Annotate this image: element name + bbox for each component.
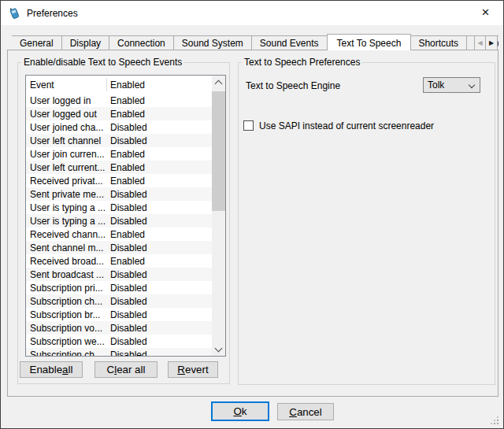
status-cell: Disabled [106, 336, 147, 347]
column-header-enabled[interactable]: Enabled [106, 80, 145, 91]
list-item[interactable]: Subscription ch... Disabled [26, 348, 212, 356]
list-item[interactable]: Subscription we... Disabled [26, 335, 212, 348]
status-cell: Disabled [106, 296, 147, 307]
status-cell: Enabled [106, 95, 145, 106]
event-cell: User is typing a ... [26, 202, 106, 213]
tab-bar: General Display Connection Sound System … [12, 33, 498, 50]
button-label-accel: O [233, 405, 241, 417]
event-cell: Sent private me... [26, 189, 106, 200]
tab-label: Sound System [182, 38, 243, 49]
tts-events-group-label: Enable/disable Text to Speech Events [21, 57, 184, 68]
tab[interactable]: Display [62, 35, 109, 50]
list-body: User logged in Enabled User logged out E… [26, 94, 212, 356]
status-cell: Disabled [106, 135, 147, 146]
tab[interactable]: Text To Speech [327, 34, 412, 50]
event-cell: Subscription pri... [26, 283, 106, 294]
list-item[interactable]: Sent channel m... Disabled [26, 241, 212, 254]
list-item[interactable]: Subscription vo... Disabled [26, 321, 212, 335]
list-item[interactable]: Sent broadcast ... Disabled [26, 268, 212, 281]
sapi-checkbox-label[interactable]: Use SAPI instead of current screenreader [259, 120, 434, 131]
list-item[interactable]: Sent private me... Disabled [26, 187, 212, 201]
tab-label: Sound Events [260, 38, 319, 49]
event-cell: User left current... [26, 162, 106, 173]
event-cell: User logged in [26, 95, 106, 106]
status-cell: Disabled [106, 269, 147, 280]
list-item[interactable]: Subscription pri... Disabled [26, 281, 212, 294]
status-cell: Enabled [106, 176, 145, 187]
scrollbar-thumb[interactable] [212, 91, 225, 211]
status-cell: Enabled [106, 229, 145, 240]
revert-button[interactable]: Revert [168, 361, 218, 378]
titlebar[interactable]: Preferences × [1, 1, 503, 25]
event-cell: User left channel [26, 135, 106, 146]
list-item[interactable]: User left current... Enabled [26, 161, 212, 174]
tab-label: Shortcuts [418, 38, 458, 49]
button-label: ll [69, 364, 73, 375]
list-item[interactable]: User left channel Disabled [26, 134, 212, 147]
event-cell: User join curren... [26, 149, 106, 160]
scrollbar-up-button[interactable] [212, 76, 225, 89]
engine-select[interactable]: Tolk [423, 77, 480, 93]
column-separator [106, 78, 107, 91]
status-cell: Disabled [106, 122, 147, 133]
list-item[interactable]: Subscription ch... Disabled [26, 294, 212, 308]
clear-all-button[interactable]: Clear all [94, 361, 158, 378]
vertical-scrollbar[interactable] [212, 76, 225, 356]
column-header-event[interactable]: Event [26, 80, 106, 91]
status-cell: Disabled [106, 216, 147, 227]
tab[interactable]: Shortcuts [410, 35, 467, 50]
tab[interactable]: Connection [109, 35, 174, 50]
tab-scroll-buttons: ◀ ▶ [474, 35, 498, 50]
resize-grip[interactable] [489, 415, 499, 425]
list-item[interactable]: Received privat... Enabled [26, 174, 212, 187]
button-label: C [107, 364, 115, 375]
preferences-dialog: Preferences × General Display Connection… [0, 0, 504, 429]
close-icon: × [482, 5, 490, 20]
event-cell: Received privat... [26, 176, 106, 187]
list-item[interactable]: Received chann... Enabled [26, 227, 212, 241]
tab-scroll-right-button[interactable]: ▶ [486, 35, 498, 50]
event-cell: Subscription we... [26, 336, 106, 347]
ok-button[interactable]: Ok [211, 401, 269, 421]
cancel-button[interactable]: Cancel [277, 403, 334, 420]
tts-events-list[interactable]: Event Enabled User logged in Enabled Use… [25, 75, 226, 357]
engine-selected-value: Tolk [428, 80, 444, 91]
tts-preferences-group-label: Text to Speech Preferences [242, 57, 362, 68]
event-cell: Subscription vo... [26, 323, 106, 334]
list-item[interactable]: Received broad... Enabled [26, 254, 212, 268]
chevron-down-icon [215, 344, 223, 352]
close-button[interactable]: × [468, 1, 503, 24]
tts-preferences-group: Text to Speech Preferences [238, 62, 495, 385]
status-cell: Disabled [106, 242, 147, 253]
tab-label: Text To Speech [337, 38, 402, 49]
arrow-right-icon: ▶ [489, 39, 494, 46]
tab[interactable]: General [12, 35, 62, 50]
status-cell: Disabled [106, 309, 147, 320]
list-item[interactable]: Subscription br... Disabled [26, 308, 212, 321]
tab-scroll-left-button[interactable]: ◀ [474, 35, 486, 50]
button-label: k [242, 405, 247, 417]
list-item[interactable]: User joined cha... Disabled [26, 120, 212, 134]
list-item[interactable]: User join curren... Enabled [26, 147, 212, 161]
tab[interactable]: Sound System [174, 35, 252, 50]
event-cell: Sent channel m... [26, 242, 106, 253]
status-cell: Disabled [106, 323, 147, 334]
sapi-checkbox[interactable] [243, 120, 254, 131]
scrollbar-down-button[interactable] [212, 342, 225, 356]
engine-label: Text to Speech Engine [246, 80, 340, 91]
chevron-up-icon [215, 80, 223, 87]
button-label-accel: C [289, 406, 297, 418]
button-label: ear all [117, 364, 145, 375]
list-item[interactable]: User is typing a ... Disabled [26, 214, 212, 227]
enable-all-button[interactable]: Enable all [20, 361, 83, 378]
event-cell: Received chann... [26, 229, 106, 240]
app-icon [8, 6, 21, 20]
window-title: Preferences [27, 8, 78, 19]
tab[interactable]: Sound Events [252, 35, 328, 50]
list-item[interactable]: User logged in Enabled [26, 94, 212, 107]
list-item[interactable]: User is typing a ... Disabled [26, 201, 212, 214]
status-cell: Disabled [106, 283, 147, 294]
list-item[interactable]: User logged out Enabled [26, 107, 212, 120]
tab-label: Connection [117, 38, 165, 49]
arrow-left-icon: ◀ [477, 39, 482, 46]
